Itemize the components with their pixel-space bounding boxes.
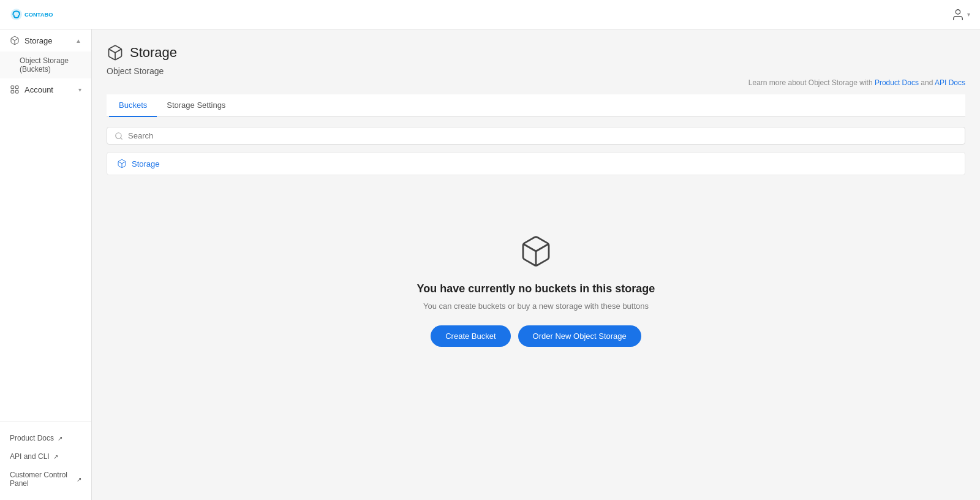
svg-rect-7 (15, 90, 18, 93)
svg-text:CONTABO: CONTABO (24, 12, 53, 18)
sidebar-control-panel-link[interactable]: Customer Control Panel ↗ (0, 466, 91, 493)
page-storage-icon (107, 44, 124, 61)
external-link-icon-0: ↗ (58, 435, 62, 442)
storage-row-label: Storage (132, 159, 160, 169)
search-input[interactable] (128, 131, 957, 140)
sidebar-item-object-storage-buckets[interactable]: Object Storage (Buckets) (0, 51, 91, 78)
logo[interactable]: CONTABO (10, 8, 59, 21)
topnav: CONTABO ▾ (0, 0, 980, 29)
control-panel-label: Customer Control Panel (10, 471, 73, 488)
user-icon (951, 8, 965, 21)
sidebar-item-storage[interactable]: Storage ▲ (0, 29, 91, 51)
svg-rect-4 (11, 86, 14, 89)
svg-line-10 (121, 137, 123, 139)
page-title: Storage (130, 45, 177, 61)
tab-buckets[interactable]: Buckets (109, 94, 157, 117)
search-icon (115, 132, 123, 140)
page-header: Storage (107, 44, 965, 61)
svg-point-0 (10, 9, 22, 20)
api-docs-link[interactable]: API Docs (935, 78, 965, 87)
account-chevron: ▾ (78, 86, 81, 93)
sidebar: Storage ▲ Object Storage (Buckets) Accou (0, 29, 92, 500)
svg-point-2 (956, 9, 960, 13)
storage-row-icon (117, 159, 127, 169)
account-icon (10, 85, 20, 94)
user-chevron: ▾ (967, 11, 970, 18)
empty-state-title: You have currently no buckets in this st… (417, 282, 655, 295)
tabs: Buckets Storage Settings (107, 94, 965, 117)
empty-state-actions: Create Bucket Order New Object Storage (431, 325, 641, 347)
and-text: and (921, 78, 935, 87)
search-bar (107, 127, 965, 145)
create-bucket-button[interactable]: Create Bucket (431, 325, 510, 347)
order-new-object-storage-button[interactable]: Order New Object Storage (518, 325, 641, 347)
storage-chevron: ▲ (75, 37, 81, 44)
sidebar-api-cli-link[interactable]: API and CLI ↗ (0, 447, 91, 466)
info-text: Learn more about Object Storage with (748, 78, 875, 87)
svg-rect-5 (15, 86, 18, 89)
sidebar-bottom: Product Docs ↗ API and CLI ↗ Customer Co… (0, 421, 91, 500)
tab-storage-settings[interactable]: Storage Settings (157, 94, 235, 117)
account-label: Account (24, 85, 53, 94)
external-link-icon-2: ↗ (77, 476, 81, 483)
product-docs-label: Product Docs (10, 434, 54, 442)
page-subtitle: Object Storage (107, 66, 965, 76)
external-link-icon-1: ↗ (53, 453, 58, 460)
empty-state-icon (519, 234, 553, 270)
sidebar-product-docs-link[interactable]: Product Docs ↗ (0, 429, 91, 447)
empty-state: You have currently no buckets in this st… (107, 185, 965, 371)
product-docs-link[interactable]: Product Docs (875, 78, 919, 87)
api-cli-label: API and CLI (10, 452, 50, 461)
info-row: Learn more about Object Storage with Pro… (107, 78, 965, 87)
storage-icon (10, 36, 20, 45)
svg-rect-6 (11, 90, 14, 93)
main-content: Storage Object Storage Learn more about … (92, 29, 980, 500)
empty-state-description: You can create buckets or buy a new stor… (423, 301, 649, 311)
storage-label: Storage (24, 36, 53, 45)
storage-row[interactable]: Storage (107, 152, 965, 175)
user-menu[interactable]: ▾ (951, 8, 970, 21)
sidebar-item-account[interactable]: Account ▾ (0, 78, 91, 100)
